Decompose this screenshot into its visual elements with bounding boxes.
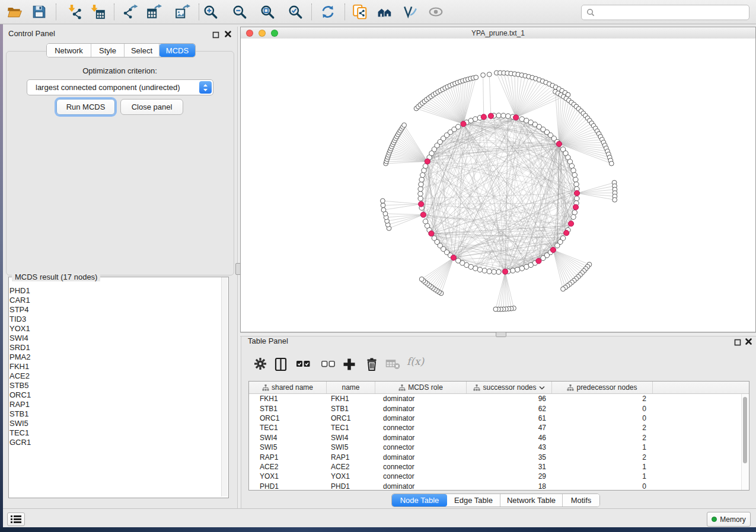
zoom-fit-icon[interactable] (260, 4, 275, 20)
toolbar-divider (344, 4, 345, 20)
search-input[interactable] (598, 8, 749, 17)
list-item[interactable]: ACE2 (9, 371, 217, 381)
open-folder-icon[interactable] (7, 4, 23, 20)
table-row[interactable]: ORC1ORC1dominator610 (249, 414, 749, 423)
horizontal-splitter-handle[interactable] (496, 332, 506, 337)
tab-style[interactable]: Style (91, 44, 125, 57)
export-table-icon[interactable] (146, 4, 162, 20)
list-item[interactable]: GCR1 (9, 438, 217, 447)
tab-motifs[interactable]: Motifs (563, 494, 599, 507)
table-row[interactable]: SWI4SWI4dominator462 (249, 433, 749, 443)
memory-status-dot (712, 517, 717, 522)
table-panel-title: Table Panel (248, 336, 288, 345)
home-neighborhood-icon[interactable] (377, 4, 393, 20)
zoom-in-icon[interactable] (203, 4, 218, 20)
list-item[interactable]: FKH1 (9, 362, 217, 371)
list-item[interactable]: STB5 (9, 381, 217, 390)
list-item[interactable]: TID3 (9, 315, 217, 324)
export-network-icon[interactable] (123, 4, 138, 20)
deselect-all-icon[interactable] (321, 357, 336, 371)
run-mcds-button[interactable]: Run MCDS (56, 99, 115, 115)
network-graph (241, 39, 755, 332)
column-header-mcds-role[interactable]: MCDS role (375, 382, 467, 393)
function-builder-icon: f(x) (407, 355, 424, 370)
memory-label: Memory (720, 515, 745, 524)
select-all-icon[interactable] (296, 357, 311, 371)
destroy-table-icon (385, 357, 401, 371)
column-layout-icon[interactable] (275, 357, 288, 371)
network-window-titlebar[interactable]: YPA_prune.txt_1 (241, 27, 755, 39)
toolbar-divider (56, 4, 56, 20)
toolbar-divider (114, 4, 114, 20)
tab-network[interactable]: Network (47, 44, 91, 57)
table-row[interactable]: PHD1PHD1dominator180 (249, 482, 749, 491)
mcds-result-title: MCDS result (17 nodes) (12, 273, 100, 281)
application-window: Control Panel Network Style Select MCDS … (0, 0, 756, 532)
task-history-button[interactable] (7, 512, 25, 526)
table-scrollbar-thumb[interactable] (743, 397, 747, 463)
list-item[interactable]: CAR1 (9, 296, 217, 305)
node-table-body: FKH1FKH1dominator962STB1STB1dominator620… (249, 394, 749, 491)
refresh-layout-icon[interactable] (320, 4, 336, 20)
table-row[interactable]: RAP1RAP1dominator352 (249, 452, 749, 462)
import-table-icon[interactable] (90, 4, 106, 20)
clone-network-icon[interactable] (352, 4, 368, 20)
control-panel-tabs: Network Style Select MCDS (46, 43, 196, 57)
close-panel-icon[interactable] (224, 30, 232, 40)
control-panel-title: Control Panel (8, 29, 55, 38)
hierarchy-icon (567, 384, 574, 391)
gear-icon[interactable] (254, 357, 267, 371)
delete-column-trash-icon[interactable] (365, 357, 379, 371)
add-column-icon[interactable] (342, 357, 356, 371)
zoom-out-icon[interactable] (232, 4, 247, 20)
table-scrollbar-track[interactable] (741, 394, 748, 490)
table-row[interactable]: YOX1YOX1connector291 (249, 472, 749, 481)
list-item[interactable]: YOX1 (9, 324, 217, 334)
save-session-icon[interactable] (31, 4, 47, 20)
tab-edge-table[interactable]: Edge Table (447, 494, 500, 507)
search-box (581, 5, 749, 20)
hierarchy-icon (262, 384, 269, 391)
list-item[interactable]: SRD1 (9, 343, 217, 352)
optimization-criterion-select[interactable]: largest connected component (undirected) (27, 79, 213, 95)
list-item[interactable]: SWI4 (9, 334, 217, 343)
column-header-predecessor-nodes[interactable]: predecessor nodes (552, 382, 653, 393)
network-canvas[interactable] (241, 39, 755, 332)
curve-annotation-icon[interactable] (403, 4, 418, 20)
list-item[interactable]: STP4 (9, 305, 217, 315)
result-scrollbar-track[interactable] (221, 277, 228, 496)
float-window-icon[interactable] (212, 30, 219, 41)
zoom-selected-icon[interactable] (288, 4, 303, 20)
table-row[interactable]: SWI5SWI5connector431 (249, 443, 749, 452)
float-table-panel-icon[interactable] (734, 338, 741, 348)
column-header-successor-nodes[interactable]: successor nodes (467, 382, 552, 393)
tab-network-table[interactable]: Network Table (500, 494, 563, 507)
list-item[interactable]: PHD1 (9, 286, 217, 296)
memory-button[interactable]: Memory (707, 512, 751, 527)
tab-select[interactable]: Select (125, 44, 160, 57)
list-item[interactable]: ORC1 (9, 390, 217, 400)
list-item[interactable]: SWI5 (9, 419, 217, 428)
column-header-shared-name[interactable]: shared name (249, 382, 327, 393)
list-item[interactable]: PMA2 (9, 352, 217, 362)
export-image-icon[interactable] (175, 4, 190, 20)
table-row[interactable]: ACE2ACE2connector311 (249, 462, 749, 472)
close-panel-button[interactable]: Close panel (120, 99, 183, 115)
close-table-panel-icon[interactable] (745, 337, 752, 348)
table-row[interactable]: STB1STB1dominator620 (249, 403, 749, 413)
tab-node-table[interactable]: Node Table (392, 494, 447, 507)
table-row[interactable]: TEC1TEC1connector472 (249, 423, 749, 432)
select-stepper-icon (199, 81, 212, 94)
list-item[interactable]: TEC1 (9, 428, 217, 438)
optimization-criterion-label: Optimization criterion: (6, 66, 234, 75)
mcds-result-list: PHD1CAR1STP4TID3YOX1SWI4SRD1PMA2FKH1ACE2… (9, 286, 217, 447)
column-header-name[interactable]: name (327, 382, 375, 393)
node-table-header: shared name name MCDS role successor nod… (249, 382, 749, 394)
import-network-icon[interactable] (68, 4, 83, 20)
list-item[interactable]: STB1 (9, 409, 217, 419)
show-hide-eye-icon[interactable] (428, 4, 444, 20)
sort-desc-icon (539, 386, 545, 390)
table-row[interactable]: FKH1FKH1dominator962 (249, 394, 749, 403)
list-item[interactable]: RAP1 (9, 400, 217, 409)
tab-mcds[interactable]: MCDS (160, 44, 195, 57)
